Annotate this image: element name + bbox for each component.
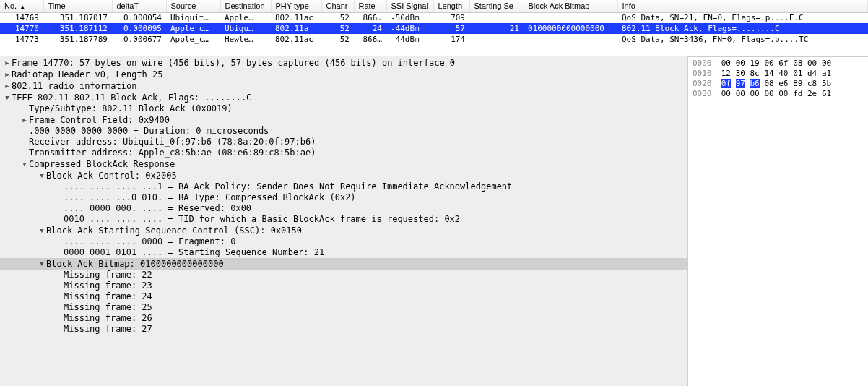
hex-byte[interactable]: 00 [807,59,817,68]
hex-byte[interactable]: 12 [721,69,731,78]
hex-byte[interactable]: 14 [764,69,773,78]
cell: 52 [321,23,354,34]
hex-byte[interactable]: 00 [721,89,731,98]
indent-spacer [55,313,64,324]
tree-node[interactable]: IEEE 802.11 802.11 Block Ack, Flags: ...… [0,92,687,103]
tree-node: .... .... ...0 010. = BA Type: Compresse… [0,192,687,203]
packet-row[interactable]: 14770351.1871120.000095Apple_c…Ubiqu…802… [0,23,868,34]
disclosure-open-icon[interactable] [38,225,46,236]
tree-node[interactable]: Frame Control Field: 0x9400 [0,114,687,126]
column-header-source[interactable]: Source [166,0,220,12]
hex-byte[interactable]: 30 [736,69,745,78]
column-header-deltat[interactable]: deltaT [112,0,166,12]
column-header-phy-type[interactable]: PHY type [271,0,321,12]
cell: -50dBm [386,12,433,23]
hex-byte[interactable]: 61 [822,89,831,98]
hex-byte[interactable]: 00 [778,89,788,98]
hex-byte[interactable]: c8 [807,79,817,88]
tree-node[interactable]: Block Ack Starting Sequence Control (SSC… [0,225,687,236]
column-header-rate[interactable]: Rate [354,0,386,12]
tree-node-label: .... 0000 000. .... = Reserved: 0x00 [64,203,251,213]
packet-list-pane[interactable]: No.▲TimedeltaTSourceDestinationPHY typeC… [0,0,868,56]
disclosure-closed-icon[interactable] [3,69,12,80]
hex-byte[interactable]: 2e [807,89,817,98]
hex-byte[interactable]: 00 [764,89,773,98]
tree-node-label: Frame 14770: 57 bytes on wire (456 bits)… [12,58,455,68]
disclosure-open-icon[interactable] [38,170,46,181]
packet-row[interactable]: 14773351.1877890.000677Apple_c…Hewle…802… [0,34,868,45]
hex-byte[interactable]: b6 [750,79,760,88]
column-header-starting-se[interactable]: Starting Se [469,0,524,12]
tree-node[interactable]: Frame 14770: 57 bytes on wire (456 bits)… [0,57,687,69]
packet-details-pane[interactable]: Frame 14770: 57 bytes on wire (456 bits)… [0,56,687,386]
indent-spacer [20,103,29,114]
hex-byte[interactable]: 97 [736,79,745,88]
indent-spacer [55,280,64,291]
column-header-ssi-signal[interactable]: SSI Signal [386,0,433,12]
hex-byte[interactable]: 00 [721,59,731,68]
packet-list-header-row[interactable]: No.▲TimedeltaTSourceDestinationPHY typeC… [0,0,868,12]
hex-byte[interactable]: 00 [764,59,773,68]
hex-byte[interactable]: 08 [764,79,773,88]
hex-row[interactable]: 0020 0f 97 b6 08 e6 89 c8 5b [688,79,868,89]
disclosure-closed-icon[interactable] [20,114,29,126]
disclosure-open-icon[interactable] [38,258,46,270]
indent-spacer [55,236,64,247]
tree-node-label: .... .... .... 0000 = Fragment: 0 [64,236,235,246]
hex-byte[interactable]: 00 [736,89,745,98]
tree-node[interactable]: 802.11 radio information [0,80,687,92]
hex-byte[interactable]: fd [793,89,802,98]
cell: 709 [433,12,469,23]
packet-bytes-pane[interactable]: 0000 00 00 19 00 6f 08 00 00 0010 12 30 … [687,56,868,386]
tree-node-label: 0010 .... .... .... = TID for which a Ba… [64,214,460,224]
hex-byte[interactable]: 0f [721,79,731,88]
tree-node-label: Transmitter address: Apple_c8:5b:ae (08:… [29,147,316,158]
tree-node: .... 0000 000. .... = Reserved: 0x00 [0,203,687,214]
hex-byte[interactable]: 6f [778,59,788,68]
hex-byte[interactable]: 8c [750,69,760,78]
tree-node[interactable]: Radiotap Header v0, Length 25 [0,69,687,80]
cell [469,12,524,23]
column-header-block-ack-bitmap[interactable]: Block Ack Bitmap [524,0,617,12]
tree-node: .000 0000 0000 0000 = Duration: 0 micros… [0,126,687,137]
hex-byte[interactable]: 00 [736,59,745,68]
hex-byte[interactable]: e6 [778,79,788,88]
tree-node: 0000 0001 0101 .... = Starting Sequence … [0,247,687,258]
hex-row[interactable]: 0010 12 30 8c 14 40 01 d4 a1 [688,69,868,79]
disclosure-closed-icon[interactable] [3,57,12,69]
hex-byte[interactable]: 00 [750,89,760,98]
hex-row[interactable]: 0030 00 00 00 00 00 fd 2e 61 [688,89,868,99]
hex-byte[interactable]: 40 [778,69,788,78]
packet-row[interactable]: 14769351.1870170.000054Ubiquit…Apple…802… [0,12,868,23]
disclosure-open-icon[interactable] [20,158,29,170]
tree-node: .... .... .... ...1 = BA Ack Policy: Sen… [0,181,687,192]
column-header-time[interactable]: Time [43,0,112,12]
hex-byte[interactable]: 5b [822,79,831,88]
hex-byte[interactable]: d4 [807,69,817,78]
hex-byte[interactable]: 00 [822,59,831,68]
hex-row[interactable]: 0000 00 00 19 00 6f 08 00 00 [688,56,868,69]
hex-byte[interactable]: a1 [822,69,831,78]
column-header-destination[interactable]: Destination [220,0,271,12]
disclosure-closed-icon[interactable] [3,80,12,92]
cell: 14769 [0,12,43,23]
disclosure-open-icon[interactable] [3,92,12,103]
column-header-chanr[interactable]: Chanr [321,0,354,12]
tree-node[interactable]: Block Ack Control: 0x2005 [0,170,687,181]
tree-node[interactable]: Compressed BlockAck Response [0,158,687,170]
indent-spacer [20,147,29,158]
hex-byte[interactable]: 01 [793,69,802,78]
tree-node-label: Compressed BlockAck Response [29,159,175,169]
column-header-no-[interactable]: No.▲ [0,0,43,12]
tree-node: Type/Subtype: 802.11 Block Ack (0x0019) [0,103,687,114]
column-header-info[interactable]: Info [617,0,868,12]
cell: 0.000054 [112,12,166,23]
column-header-length[interactable]: Length [433,0,469,12]
hex-byte[interactable]: 08 [793,59,802,68]
hex-byte[interactable]: 89 [793,79,802,88]
hex-byte[interactable]: 19 [750,59,760,68]
tree-node[interactable]: Block Ack Bitmap: 0100000000000000 [0,258,687,270]
packet-list-table[interactable]: No.▲TimedeltaTSourceDestinationPHY typeC… [0,0,868,45]
indent-spacer [55,270,64,280]
cell: 57 [433,23,469,34]
